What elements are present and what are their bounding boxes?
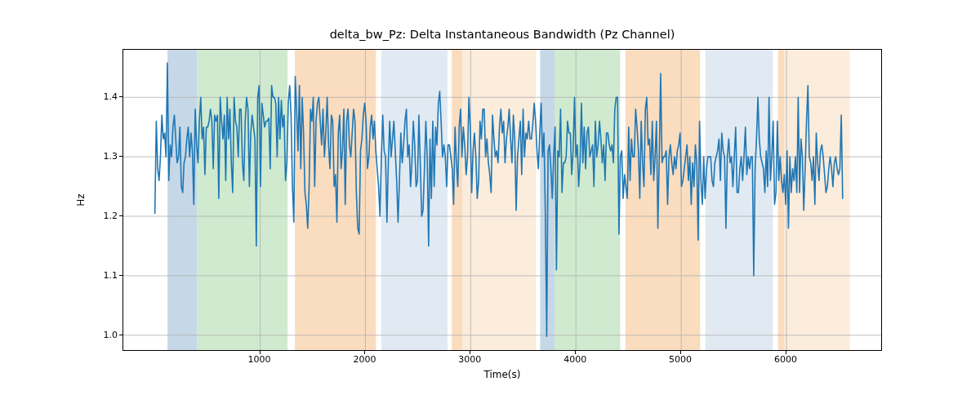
y-tick-label: 1.0 (77, 329, 118, 339)
x-tick-label: 3000 (458, 354, 481, 365)
y-tick (119, 156, 122, 157)
plot-area (122, 49, 882, 351)
y-tick (119, 215, 122, 216)
y-tick-label: 1.4 (77, 91, 118, 102)
band (706, 50, 773, 350)
band (197, 50, 287, 350)
y-tick-label: 1.3 (77, 151, 118, 162)
band (784, 50, 849, 350)
band (295, 50, 376, 350)
band (555, 50, 620, 350)
x-tick-label: 5000 (669, 354, 692, 365)
x-axis-label: Time(s) (122, 369, 882, 380)
y-tick-label: 1.1 (77, 269, 118, 280)
y-tick (119, 275, 122, 276)
chart-title: delta_bw_Pz: Delta Instantaneous Bandwid… (122, 28, 882, 41)
band (167, 50, 197, 350)
band (462, 50, 536, 350)
x-tick-label: 2000 (353, 354, 376, 365)
y-tick (119, 96, 122, 97)
background-bands (167, 50, 849, 350)
y-tick-label: 1.2 (77, 211, 118, 221)
x-tick-label: 1000 (248, 354, 271, 365)
x-tick-label: 6000 (774, 354, 797, 365)
band (626, 50, 701, 350)
band (381, 50, 448, 350)
band (778, 50, 785, 350)
plot-svg (123, 50, 881, 350)
y-tick (119, 335, 122, 335)
x-tick-label: 4000 (564, 354, 586, 365)
figure: delta_bw_Pz: Delta Instantaneous Bandwid… (0, 0, 980, 408)
